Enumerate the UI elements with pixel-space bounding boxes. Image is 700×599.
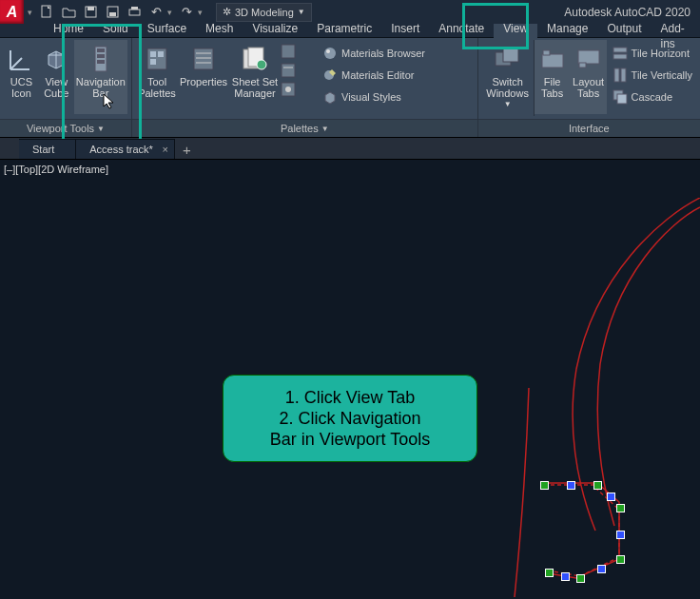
app-logo[interactable]: A xyxy=(0,0,24,24)
tab-insert[interactable]: Insert xyxy=(381,21,429,40)
grip-handles xyxy=(453,198,700,599)
open-icon[interactable] xyxy=(62,5,76,19)
layout-tabs-button[interactable]: Layout Tabs xyxy=(571,40,607,114)
tool-palettes-button[interactable]: Tool Palettes xyxy=(136,40,178,114)
panel-interface: Switch Windows ▼ File Tabs Layout Tabs T… xyxy=(478,38,700,137)
redo-dropdown-icon[interactable]: ▾ xyxy=(198,8,203,17)
workspace-dropdown[interactable]: ✲ 3D Modeling ▼ xyxy=(216,3,312,22)
chevron-down-icon: ▼ xyxy=(97,125,105,133)
panel-title-viewport[interactable]: Viewport Tools▼ xyxy=(0,119,131,137)
svg-rect-39 xyxy=(621,68,626,82)
tab-add[interactable]: + xyxy=(175,140,199,159)
view-cube-button[interactable]: View Cube xyxy=(39,40,74,114)
sheet-label: Sheet Set Manager xyxy=(232,76,278,99)
drawing-canvas[interactable]: [–][Top][2D Wireframe] 1. Click View Tab… xyxy=(0,160,700,599)
svg-point-28 xyxy=(326,49,330,53)
svg-rect-8 xyxy=(97,48,105,52)
tab-solid[interactable]: Solid xyxy=(93,21,138,40)
tab-start[interactable]: Start xyxy=(19,139,76,159)
sheet-icon xyxy=(240,44,270,74)
tab-addins[interactable]: Add-ins xyxy=(651,21,694,40)
ucs-icon-button[interactable]: UCS Icon xyxy=(4,40,39,114)
tab-output[interactable]: Output xyxy=(597,21,651,40)
undo-icon[interactable]: ↶ xyxy=(149,5,164,19)
saveas-icon[interactable] xyxy=(106,5,120,19)
tab-annotate[interactable]: Annotate xyxy=(429,21,494,40)
workspace-label: 3D Modeling xyxy=(235,7,294,18)
save-icon[interactable] xyxy=(84,5,98,19)
sheet-set-button[interactable]: Sheet Set Manager xyxy=(229,40,281,114)
ucs-icon xyxy=(6,44,36,74)
file-tabs-label: File Tabs xyxy=(541,76,563,99)
svg-rect-9 xyxy=(97,54,105,58)
layout-tabs-icon xyxy=(574,44,604,74)
gear-icon: ✲ xyxy=(223,6,231,18)
small-icon-1[interactable] xyxy=(281,44,321,59)
materials-editor-button[interactable]: Materials Editor xyxy=(322,66,425,85)
svg-rect-6 xyxy=(131,7,138,10)
svg-point-21 xyxy=(257,60,266,69)
redo-icon[interactable]: ↷ xyxy=(180,5,194,19)
properties-label: Properties xyxy=(180,76,227,87)
svg-rect-38 xyxy=(614,68,619,82)
tab-surface[interactable]: Surface xyxy=(138,21,196,40)
undo-dropdown-icon[interactable]: ▾ xyxy=(167,8,172,17)
tab-mesh[interactable]: Mesh xyxy=(196,21,243,40)
small-icon-3[interactable] xyxy=(281,82,321,97)
svg-rect-37 xyxy=(613,54,627,59)
switch-windows-button[interactable]: Switch Windows ▼ xyxy=(482,40,534,114)
file-tabs-button[interactable]: File Tabs xyxy=(535,40,571,114)
cascade-button[interactable]: Cascade xyxy=(612,87,692,106)
new-icon[interactable] xyxy=(40,5,54,19)
document-tabs: Start Access track*× + xyxy=(0,138,700,160)
materials-browser-button[interactable]: Materials Browser xyxy=(322,44,425,63)
title-bar: A ▾ ↶▾ ↷▾ ✲ 3D Modeling ▼ Autodesk AutoC… xyxy=(0,0,700,24)
svg-point-26 xyxy=(285,87,291,92)
tab-visualize[interactable]: Visualize xyxy=(243,21,307,40)
app-title: Autodesk AutoCAD 2020 xyxy=(564,6,690,19)
palette-icon xyxy=(142,44,172,74)
svg-point-27 xyxy=(324,48,336,59)
tile-horizontal-button[interactable]: Tile Horizont xyxy=(612,44,692,63)
tab-more[interactable]: A xyxy=(694,21,700,40)
menu-dropdown-icon[interactable]: ▾ xyxy=(28,8,32,17)
visual-styles-button[interactable]: Visual Styles xyxy=(322,87,425,106)
tab-manage[interactable]: Manage xyxy=(537,21,597,40)
svg-rect-22 xyxy=(282,45,295,58)
panel-title-palettes[interactable]: Palettes▼ xyxy=(132,119,477,137)
svg-rect-32 xyxy=(542,54,563,68)
file-tabs-icon xyxy=(537,44,568,74)
svg-rect-2 xyxy=(88,7,94,10)
tile-h-icon xyxy=(612,46,628,61)
callout-line-3: Bar in Viewport Tools xyxy=(233,429,467,450)
panel-viewport-tools: UCS Icon View Cube Navigation Bar Viewpo… xyxy=(0,38,132,137)
tile-vertical-button[interactable]: Tile Vertically xyxy=(612,66,692,85)
ribbon: UCS Icon View Cube Navigation Bar Viewpo… xyxy=(0,38,700,138)
svg-rect-10 xyxy=(97,60,105,64)
svg-rect-4 xyxy=(109,12,116,16)
svg-rect-34 xyxy=(578,50,599,64)
quick-access-toolbar: ▾ ↶▾ ↷▾ ✲ 3D Modeling ▼ xyxy=(31,3,312,22)
tab-file[interactable]: Access track*× xyxy=(76,139,175,159)
visual-styles-icon xyxy=(322,89,338,105)
sphere-icon xyxy=(322,46,338,61)
callout-line-1: 1. Click View Tab xyxy=(233,387,467,408)
svg-rect-31 xyxy=(503,48,518,62)
tab-view[interactable]: View xyxy=(494,21,537,40)
properties-button[interactable]: Properties xyxy=(178,40,229,114)
svg-rect-33 xyxy=(543,50,550,55)
plot-icon[interactable] xyxy=(127,5,142,19)
viewport-label[interactable]: [–][Top][2D Wireframe] xyxy=(4,164,108,175)
tab-parametric[interactable]: Parametric xyxy=(307,21,381,40)
panel-palettes: Tool Palettes Properties Sheet Set Manag… xyxy=(132,38,478,137)
svg-rect-23 xyxy=(282,64,295,77)
navigation-bar-button[interactable]: Navigation Bar xyxy=(74,40,127,114)
navbar-label: Navigation Bar xyxy=(76,76,126,99)
small-icon-2[interactable] xyxy=(281,63,321,78)
svg-rect-5 xyxy=(129,10,140,15)
ribbon-tabs: Home Solid Surface Mesh Visualize Parame… xyxy=(0,24,700,38)
chevron-down-icon: ▼ xyxy=(321,125,329,133)
switch-label: Switch Windows xyxy=(486,76,529,99)
tab-home[interactable]: Home xyxy=(44,21,93,40)
close-icon[interactable]: × xyxy=(162,144,167,155)
